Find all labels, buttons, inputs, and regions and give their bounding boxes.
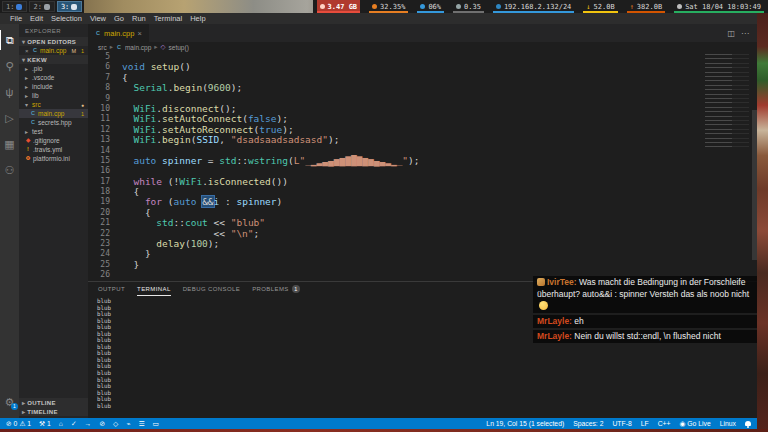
upload-arrow-icon: ↑ [630, 3, 634, 11]
file-item-secrets-hpp[interactable]: Csecrets.hpp [19, 118, 88, 127]
breadcrumb-item[interactable]: setup() [169, 44, 189, 51]
panel-tab-label: PROBLEMS [252, 286, 289, 292]
code-line[interactable]: 23 delay(100); [88, 239, 757, 249]
more-actions-icon[interactable]: ⋯ [741, 29, 749, 38]
code-line[interactable]: 8 Serial.begin(9600); [88, 83, 757, 93]
code-token: SSID [196, 134, 219, 145]
go-live[interactable]: ◉ Go Live [680, 420, 711, 428]
code-line[interactable]: 17 while (!WiFi.isConnected()) [88, 177, 757, 187]
panel-tab-label: TERMINAL [137, 286, 171, 292]
tab-close-icon[interactable]: × [137, 29, 141, 38]
pio-home-icon[interactable]: ⌂ [59, 420, 63, 427]
open-editor-main-cpp[interactable]: × C main.cpp M 1 [19, 46, 88, 55]
workspace-button[interactable]: 3: [57, 1, 82, 12]
panel-tab-problems[interactable]: PROBLEMS1 [252, 282, 300, 296]
line-number: 24 [88, 249, 110, 259]
pio-env-status[interactable]: ⚒ 1 [39, 420, 51, 428]
document-icon [71, 4, 77, 10]
pio-tasks-icon[interactable]: ☰ [138, 420, 144, 428]
manage-gear-icon[interactable]: ⚙1 [0, 392, 19, 412]
pio-test-icon[interactable]: ◇ [113, 420, 118, 428]
code-token: ( [162, 196, 173, 207]
code-editor[interactable]: 56void setup()7{8 Serial.begin(9600);910… [88, 52, 757, 281]
pio-clean-icon[interactable]: ⊘ [99, 420, 105, 428]
line-number: 20 [88, 208, 110, 218]
file-item-src[interactable]: ▾src● [19, 100, 88, 109]
file-item-platformio-ini[interactable]: ⚙platformio.ini [19, 154, 88, 163]
file-item-lib[interactable]: ▸lib [19, 91, 88, 100]
file-item-include[interactable]: ▸include [19, 82, 88, 91]
split-editor-icon[interactable]: ◫ [727, 29, 735, 38]
pio-upload-icon[interactable]: → [85, 420, 92, 427]
explorer-icon[interactable]: ⧉ [0, 30, 19, 50]
file-item--pio[interactable]: ▸.pio [19, 64, 88, 73]
code-token: setAutoReconnect [162, 124, 254, 135]
language-mode[interactable]: C++ [658, 420, 671, 427]
chevron-right-icon: ▸ [22, 399, 25, 406]
pio-terminal-icon[interactable]: ▭ [153, 420, 159, 428]
file-item--vscode[interactable]: ▸.vscode [19, 73, 88, 82]
outline-section[interactable]: ▸ OUTLINE [19, 398, 88, 407]
file-item--gitignore[interactable]: ◆.gitignore [19, 136, 88, 145]
tab-main-cpp[interactable]: C main.cpp × [88, 24, 149, 42]
source-control-icon[interactable]: ψ [0, 82, 19, 102]
menu-help[interactable]: Help [186, 14, 209, 23]
panel-tab-terminal[interactable]: TERMINAL [137, 282, 171, 296]
menu-run[interactable]: Run [128, 14, 150, 23]
menu-selection[interactable]: Selection [47, 14, 86, 23]
remote-os[interactable]: Linux [720, 420, 736, 427]
platformio-icon[interactable]: ⚇ [0, 160, 19, 180]
minimap[interactable] [705, 54, 749, 150]
menu-view[interactable]: View [86, 14, 110, 23]
code-token [122, 176, 133, 187]
open-editors-header[interactable]: ▾ OPEN EDITORS [19, 37, 88, 46]
extensions-icon[interactable]: ▦ [0, 134, 19, 154]
chat-username[interactable]: MrLayle: [537, 316, 574, 326]
status-block: 192.168.2.132/24 [493, 0, 574, 13]
file-item-test[interactable]: ▸test [19, 127, 88, 136]
menu-file[interactable]: File [6, 14, 26, 23]
breadcrumb-item[interactable]: main.cpp [125, 44, 151, 51]
workspace-button[interactable]: 2: [29, 1, 54, 12]
breadcrumb-item[interactable]: src [98, 44, 107, 51]
menu-terminal[interactable]: Terminal [150, 14, 186, 23]
chat-username[interactable]: MrLayle: [537, 331, 574, 341]
workspace-header[interactable]: ▾ KEKW [19, 55, 88, 64]
workspace-button[interactable]: 1: [2, 1, 27, 12]
eol[interactable]: LF [641, 420, 649, 427]
menu-edit[interactable]: Edit [26, 14, 47, 23]
line-number: 25 [88, 260, 110, 270]
explorer-sidebar: EXPLORER ▾ OPEN EDITORS × C main.cpp M 1… [19, 24, 88, 418]
pio-serial-monitor-icon[interactable]: ⌁ [126, 420, 130, 428]
code-line[interactable]: 24 } [88, 249, 757, 259]
notifications-bell-icon[interactable] [745, 421, 751, 426]
code-token: , [219, 134, 230, 145]
code-line[interactable]: 13 WiFi.begin(SSID, "dsadsaadsadsasd"); [88, 135, 757, 145]
close-icon[interactable]: × [25, 48, 30, 54]
code-line[interactable]: 25 } [88, 260, 757, 270]
code-line[interactable]: 19 for (auto &&i : spinner) [88, 197, 757, 207]
editor-actions: ◫ ⋯ [727, 24, 757, 42]
file-item-main-cpp[interactable]: Cmain.cpp1 [19, 109, 88, 118]
code-token: ); [231, 82, 242, 93]
chat-text: Nein du willst std::endl, \n flushed nic… [574, 331, 720, 341]
code-line[interactable]: 6void setup() [88, 62, 757, 72]
search-icon[interactable]: ⚲ [0, 56, 19, 76]
encoding[interactable]: UTF-8 [612, 420, 631, 427]
indentation[interactable]: Spaces: 2 [573, 420, 603, 427]
cursor-position[interactable]: Ln 19, Col 15 (1 selected) [486, 420, 564, 427]
status-block: 32.35% [369, 0, 408, 13]
chevron-right-icon: ▸ [22, 408, 25, 415]
timeline-section[interactable]: ▸ TIMELINE [19, 407, 88, 416]
file-item--travis-yml[interactable]: !.travis.yml [19, 145, 88, 154]
panel-tab-output[interactable]: OUTPUT [98, 282, 125, 296]
chevron-right-icon: ▸ [25, 92, 30, 99]
run-debug-icon[interactable]: ▷ [0, 108, 19, 128]
code-line[interactable]: 15 auto spinner = std::wstring(L"_▁▂▃▄▅▆… [88, 156, 757, 166]
panel-tab-debug-console[interactable]: DEBUG CONSOLE [183, 282, 241, 296]
problems-status[interactable]: ⊘ 0 ⚠ 1 [6, 420, 31, 428]
menu-go[interactable]: Go [110, 14, 128, 23]
cpp-file-icon: C [30, 110, 36, 117]
chat-username[interactable]: IvirTee: [547, 277, 579, 287]
pio-build-icon[interactable]: ✓ [71, 420, 77, 428]
